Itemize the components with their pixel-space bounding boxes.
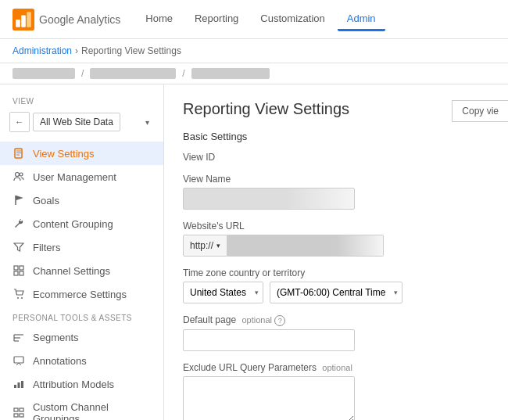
basic-settings-title: Basic Settings (183, 131, 489, 142)
sidebar-item-custom-channel-label: Custom Channel Groupings (33, 401, 151, 420)
view-name-account (191, 68, 270, 79)
timezone-group: Time zone country or territory United St… (183, 267, 489, 303)
sidebar-item-filters[interactable]: Filters (0, 235, 163, 259)
nav-customization[interactable]: Customization (251, 8, 334, 31)
breadcrumb-sep: › (75, 45, 78, 56)
sidebar-item-segments[interactable]: Segments (0, 325, 163, 349)
timezone-label: Time zone country or territory (183, 267, 489, 278)
svg-point-16 (21, 297, 23, 299)
svg-rect-11 (14, 266, 18, 270)
personal-tools-label: PERSONAL TOOLS & ASSETS (0, 306, 163, 325)
flag-icon (13, 194, 25, 206)
svg-rect-26 (20, 408, 23, 411)
svg-rect-14 (20, 271, 23, 275)
svg-rect-28 (20, 414, 23, 417)
sidebar-item-view-settings[interactable]: View Settings (0, 142, 163, 165)
sidebar-item-channel-settings-label: Channel Settings (33, 265, 110, 277)
sidebar: VIEW ← All Web Site Data View Settings (0, 84, 164, 420)
grid-icon (13, 264, 25, 277)
segments-icon (13, 331, 25, 343)
exclude-url-label: Exclude URL Query Parameters optional (183, 362, 489, 373)
view-id-label: View ID (183, 152, 489, 163)
wrench-icon (13, 217, 25, 230)
back-button[interactable]: ← (9, 112, 30, 132)
sidebar-item-user-management-label: User Management (33, 171, 116, 183)
logo: Google Analytics (13, 9, 120, 31)
breadcrumb-admin[interactable]: Administration (13, 45, 72, 56)
page-title: Reporting View Settings (183, 100, 349, 118)
default-page-input[interactable] (183, 329, 355, 351)
sidebar-item-ecommerce-label: Ecommerce Settings (33, 289, 127, 300)
default-page-group: Default page optional ? (183, 314, 489, 351)
property-name (90, 68, 176, 79)
sidebar-item-goals[interactable]: Goals (0, 188, 163, 212)
bar-chart-icon (13, 378, 25, 390)
svg-rect-12 (20, 266, 23, 270)
main-content: Reporting View Settings Copy vie Basic S… (164, 84, 508, 420)
view-name-input[interactable] (183, 188, 355, 210)
svg-rect-24 (21, 381, 23, 388)
sidebar-item-segments-label: Segments (33, 332, 79, 343)
sidebar-item-filters-label: Filters (33, 242, 60, 253)
cart-icon (13, 288, 25, 300)
exclude-url-group: Exclude URL Query Parameters optional (183, 362, 489, 420)
view-name-group: View Name (183, 174, 489, 210)
top-navigation: Home Reporting Customization Admin (136, 8, 495, 31)
sidebar-item-ecommerce[interactable]: Ecommerce Settings (0, 282, 163, 306)
svg-rect-13 (14, 271, 18, 275)
timezone-country-select[interactable]: United States (183, 282, 263, 303)
svg-rect-22 (14, 385, 16, 388)
timezone-zone-select[interactable]: (GMT-06:00) Central Time (270, 282, 402, 303)
nav-reporting[interactable]: Reporting (185, 8, 248, 31)
svg-point-9 (20, 173, 23, 176)
svg-rect-27 (14, 414, 18, 417)
view-dropdown[interactable]: All Web Site Data (33, 113, 120, 131)
svg-rect-3 (27, 12, 31, 27)
svg-rect-25 (14, 408, 18, 411)
svg-rect-21 (14, 357, 23, 363)
svg-point-8 (16, 173, 20, 177)
url-domain-input[interactable] (227, 235, 384, 257)
url-protocol-select[interactable]: http:// (183, 235, 227, 257)
view-id-group: View ID (183, 152, 489, 163)
breadcrumb: Administration › Reporting View Settings (0, 39, 508, 63)
nav-home[interactable]: Home (136, 8, 182, 31)
website-url-group: Website's URL http:// (183, 221, 489, 257)
users-icon (13, 171, 25, 183)
website-url-label: Website's URL (183, 221, 489, 232)
exclude-url-textarea[interactable] (183, 376, 355, 420)
sidebar-item-content-grouping-label: Content Grouping (33, 218, 113, 230)
sidebar-item-annotations-label: Annotations (33, 355, 87, 367)
svg-rect-23 (18, 382, 20, 388)
account-bar: / / (0, 63, 508, 84)
sidebar-item-attribution-label: Attribution Models (33, 379, 114, 390)
sidebar-item-channel-settings[interactable]: Channel Settings (0, 259, 163, 282)
view-name-label: View Name (183, 174, 489, 185)
nav-admin[interactable]: Admin (338, 8, 385, 31)
svg-rect-2 (21, 15, 26, 27)
sidebar-item-goals-label: Goals (33, 195, 59, 206)
sidebar-item-view-settings-label: View Settings (33, 148, 95, 160)
logo-text: Google Analytics (39, 13, 120, 26)
view-selector-row: ← All Web Site Data (9, 112, 154, 132)
doc-icon (13, 147, 25, 160)
breadcrumb-current: Reporting View Settings (81, 45, 181, 56)
annotations-icon (13, 354, 25, 367)
default-page-label: Default page optional ? (183, 314, 489, 326)
svg-rect-1 (16, 20, 20, 27)
sidebar-item-content-grouping[interactable]: Content Grouping (0, 212, 163, 235)
svg-point-15 (17, 297, 19, 299)
default-page-help[interactable]: ? (274, 315, 285, 326)
sidebar-item-custom-channel[interactable]: Custom Channel Groupings (0, 396, 163, 420)
sidebar-item-user-management[interactable]: User Management (0, 165, 163, 188)
filter-icon (13, 241, 25, 253)
account-name (13, 68, 75, 79)
custom-channel-icon (13, 407, 25, 419)
sidebar-item-annotations[interactable]: Annotations (0, 349, 163, 372)
copy-view-button[interactable]: Copy vie (452, 100, 508, 122)
sidebar-item-attribution[interactable]: Attribution Models (0, 372, 163, 396)
sidebar-view-label: VIEW (0, 94, 163, 109)
